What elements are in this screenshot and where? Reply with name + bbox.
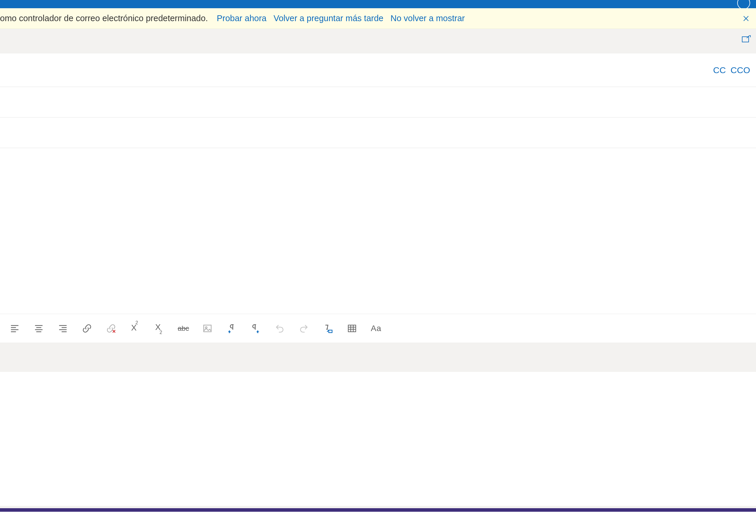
insert-link-button[interactable]	[81, 322, 94, 335]
align-right-button[interactable]	[56, 322, 69, 335]
dont-show-link[interactable]: No volver a mostrar	[387, 13, 468, 23]
unlink-icon	[106, 323, 116, 333]
cco-button[interactable]: CCO	[726, 65, 750, 75]
default-handler-notification: omo controlador de correo electrónico pr…	[0, 8, 756, 29]
align-center-icon	[34, 323, 44, 333]
superscript-icon: X2	[131, 323, 139, 332]
compose-header-spacer	[0, 29, 756, 53]
rtl-button[interactable]	[249, 322, 262, 335]
remove-link-button[interactable]	[105, 322, 118, 335]
try-now-link[interactable]: Probar ahora	[213, 13, 270, 23]
ask-later-link[interactable]: Volver a preguntar más tarde	[270, 13, 387, 23]
redo-icon	[299, 323, 309, 333]
clear-format-icon	[323, 323, 333, 333]
table-icon	[347, 323, 357, 333]
strikethrough-button[interactable]: abc	[177, 322, 190, 335]
popout-button[interactable]	[742, 35, 751, 44]
compose-panel: CC CCO	[0, 53, 756, 148]
align-right-icon	[58, 323, 68, 333]
redo-button[interactable]	[297, 322, 310, 335]
align-left-icon	[10, 323, 20, 333]
image-icon	[202, 323, 212, 333]
clear-formatting-button[interactable]	[321, 322, 334, 335]
bottom-gap	[0, 506, 756, 508]
insert-table-button[interactable]	[345, 322, 359, 335]
change-case-button[interactable]: Aa	[370, 322, 383, 335]
title-bar	[0, 0, 756, 8]
subscript-button[interactable]: X2	[153, 322, 166, 335]
close-icon	[742, 15, 749, 22]
insert-image-button[interactable]	[201, 322, 214, 335]
cc-field-row[interactable]	[0, 87, 756, 118]
strikethrough-icon: abc	[178, 324, 189, 332]
link-icon	[82, 323, 92, 333]
notification-message: omo controlador de correo electrónico pr…	[0, 13, 213, 23]
subscript-icon: X2	[155, 323, 163, 333]
ltr-button[interactable]	[225, 322, 238, 335]
cc-button[interactable]: CC	[708, 65, 726, 75]
undo-button[interactable]	[273, 322, 286, 335]
ltr-icon	[227, 323, 236, 333]
taskbar-strip	[0, 508, 756, 512]
svg-rect-15	[203, 325, 211, 332]
lower-panel	[0, 372, 756, 506]
superscript-button[interactable]: X2	[129, 322, 142, 335]
align-center-button[interactable]	[32, 322, 45, 335]
svg-rect-17	[348, 325, 356, 332]
formatting-toolbar: X2 X2 abc	[0, 314, 756, 342]
undo-icon	[275, 323, 285, 333]
lower-toolbar-spacer	[0, 342, 756, 372]
case-icon: Aa	[371, 324, 381, 333]
align-left-button[interactable]	[8, 322, 21, 335]
rtl-icon	[251, 323, 261, 333]
message-body-editor[interactable]	[0, 148, 756, 314]
popout-icon	[742, 35, 751, 43]
subject-field-row[interactable]	[0, 118, 756, 148]
close-notification-button[interactable]	[741, 14, 751, 23]
to-field-row[interactable]: CC CCO	[0, 53, 756, 87]
